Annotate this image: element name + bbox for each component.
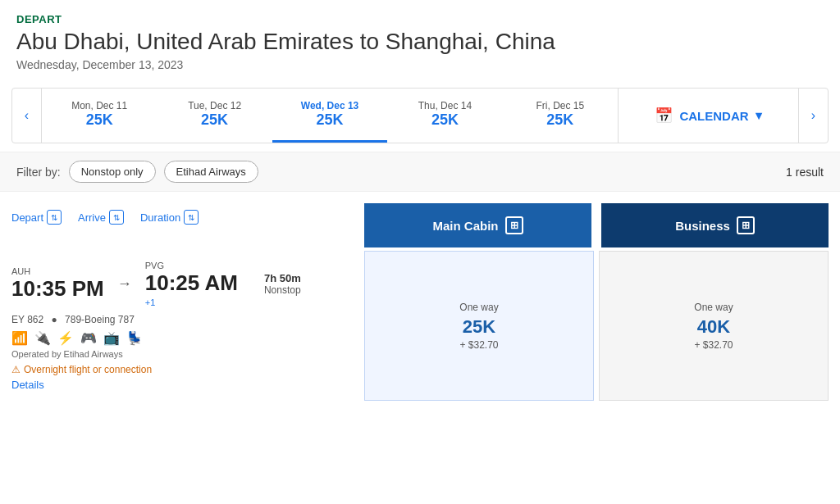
plus-one: +1 [145,297,238,307]
power-icon: 🔌 [34,330,51,346]
date-tab-2[interactable]: Wed, Dec 13 25K [272,89,387,143]
date-tab-3[interactable]: Thu, Dec 14 25K [387,89,502,143]
sort-row: Depart ⇅ Arrive ⇅ Duration ⇅ [11,203,364,231]
wifi-icon: 📶 [11,330,28,346]
seat-icon: 💺 [126,330,143,346]
calendar-dropdown-icon: ▾ [756,108,762,123]
filter-by-label: Filter by: [16,166,61,179]
dest-code: PVG [145,261,238,270]
flight-arrow: → [117,275,132,293]
business-expand-icon: ⊞ [737,216,755,234]
results-count: 1 result [786,166,824,179]
filter-bar: Filter by: Nonstop only Etihad Airways 1… [0,152,840,192]
details-link[interactable]: Details [11,379,364,391]
results-section: Depart ⇅ Arrive ⇅ Duration ⇅ Main Cabin … [0,203,840,401]
main-one-way-label: One way [459,302,498,313]
date-tab-label-4: Fri, Dec 15 [536,100,584,111]
entertainment-icon: 🎮 [80,330,97,346]
main-cabin-header[interactable]: Main Cabin ⊞ [364,203,591,247]
date-tab-label-0: Mon, Dec 11 [71,100,127,111]
warning-icon: ⚠ [11,364,21,375]
main-cabin-price-cell[interactable]: One way 25K + $32.70 [364,251,594,401]
airline-filter-chip[interactable]: Etihad Airways [164,161,258,183]
date-tab-points-3: 25K [431,111,459,129]
main-cabin-label: Main Cabin [432,219,498,233]
duration-info: 7h 50m Nonstop [264,272,301,296]
operated-by: Operated by Etihad Airways [11,349,364,359]
dot-separator: ● [52,314,57,325]
calendar-label: CALENDAR [679,109,748,123]
date-tab-label-2: Wed, Dec 13 [301,100,358,111]
business-one-way-label: One way [694,302,733,313]
main-cabin-expand-icon: ⊞ [505,216,523,234]
date-tab-label-3: Thu, Dec 14 [418,100,472,111]
date-strip: ‹ Mon, Dec 11 25K Tue, Dec 12 25K Wed, D… [11,88,829,143]
sort-duration-icon: ⇅ [184,210,199,225]
flight-info: AUH 10:35 PM → PVG 10:25 AM +1 7h 50m No… [11,251,364,401]
date-subtitle: Wednesday, December 13, 2023 [16,58,824,71]
business-cabin-header[interactable]: Business ⊞ [601,203,829,247]
nonstop-filter-chip[interactable]: Nonstop only [69,161,156,183]
next-date-button[interactable]: › [798,89,828,143]
main-cabin-points: 25K [463,316,495,338]
flight-times: AUH 10:35 PM → PVG 10:25 AM +1 7h 50m No… [11,261,364,307]
stops-label: Nonstop [264,284,301,296]
business-label: Business [675,219,730,233]
route-title: Abu Dhabi, United Arab Emirates to Shang… [16,29,824,55]
price-headers: Main Cabin ⊞ Business ⊞ [364,203,829,247]
overnight-warning: ⚠ Overnight flight or connection [11,364,364,375]
sort-duration-label: Duration [140,211,180,224]
duration: 7h 50m [264,272,301,284]
flight-info-column: Depart ⇅ Arrive ⇅ Duration ⇅ [11,203,364,247]
date-tab-1[interactable]: Tue, Dec 12 25K [157,89,272,143]
tv-icon: 📺 [103,330,120,346]
price-cells: One way 25K + $32.70 One way 40K + $32.7… [364,251,829,401]
date-tab-points-1: 25K [201,111,228,129]
sort-duration-button[interactable]: Duration ⇅ [140,210,199,225]
overnight-text: Overnight flight or connection [24,364,152,375]
sort-arrive-icon: ⇅ [109,210,124,225]
amenities: 📶 🔌 ⚡ 🎮 📺 💺 [11,330,364,346]
destination-info: PVG 10:25 AM +1 [145,261,238,307]
aircraft-type: 789-Boeing 787 [65,314,135,325]
date-tab-label-1: Tue, Dec 12 [188,100,241,111]
sort-depart-button[interactable]: Depart ⇅ [11,210,62,225]
sort-depart-label: Depart [11,211,43,224]
date-tab-points-0: 25K [86,111,113,129]
calendar-icon: 📅 [655,107,673,125]
sort-depart-icon: ⇅ [47,210,62,225]
main-cabin-cash: + $32.70 [459,339,498,351]
date-tabs: Mon, Dec 11 25K Tue, Dec 12 25K Wed, Dec… [42,89,618,143]
depart-label: DEPART [16,13,824,25]
date-tab-points-4: 25K [546,111,573,129]
prev-date-button[interactable]: ‹ [12,89,42,143]
calendar-button[interactable]: 📅 CALENDAR ▾ [618,89,798,143]
business-points: 40K [697,316,730,338]
origin-code: AUH [11,266,104,276]
results-header: Depart ⇅ Arrive ⇅ Duration ⇅ Main Cabin … [11,203,829,247]
flight-meta: EY 862 ● 789-Boeing 787 [11,314,364,325]
page-header: DEPART Abu Dhabi, United Arab Emirates t… [0,0,840,79]
date-tab-points-2: 25K [317,111,344,129]
business-cash: + $32.70 [694,339,733,351]
origin-info: AUH 10:35 PM [11,266,104,302]
flight-number: EY 862 [11,314,43,325]
business-price-cell[interactable]: One way 40K + $32.70 [599,251,829,401]
flight-row: AUH 10:35 PM → PVG 10:25 AM +1 7h 50m No… [11,251,829,401]
arrive-time: 10:25 AM [145,270,238,296]
date-tab-0[interactable]: Mon, Dec 11 25K [42,89,157,143]
usb-icon: ⚡ [57,330,74,346]
sort-arrive-label: Arrive [78,211,106,224]
date-tab-4[interactable]: Fri, Dec 15 25K [503,89,618,143]
sort-arrive-button[interactable]: Arrive ⇅ [78,210,124,225]
depart-time: 10:35 PM [11,276,104,302]
